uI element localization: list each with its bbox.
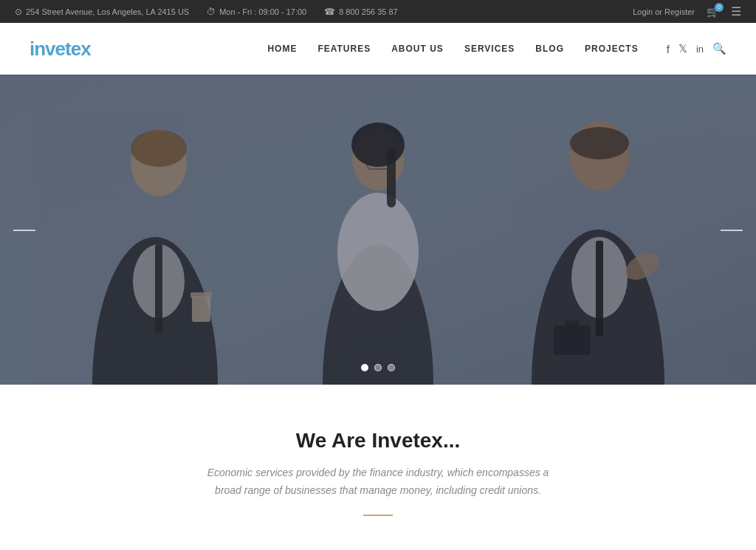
hours-text: Mon - Fri : 09:00 - 17:00 bbox=[219, 7, 306, 16]
twitter-icon[interactable]: 𝕏 bbox=[678, 42, 687, 55]
intro-title: We Are Invetex... bbox=[15, 429, 741, 453]
social-icons: f 𝕏 in 🔍 bbox=[667, 42, 726, 55]
hours-item: ⏱ Mon - Fri : 09:00 - 17:00 bbox=[207, 7, 306, 17]
nav-projects[interactable]: PROJECTS bbox=[585, 44, 639, 54]
hero-illustration bbox=[0, 75, 756, 385]
hero-background bbox=[0, 75, 756, 385]
cart-badge: 0 bbox=[715, 3, 724, 12]
search-icon-header[interactable]: 🔍 bbox=[712, 42, 726, 55]
slider-dots bbox=[361, 364, 395, 371]
dot-1[interactable] bbox=[361, 364, 368, 371]
cart-icon[interactable]: 🛒 0 bbox=[707, 6, 719, 18]
nav-home[interactable]: HOME bbox=[267, 44, 297, 54]
top-bar-left: ⊙ 254 Street Avenue, Los Angeles, LA 241… bbox=[15, 7, 398, 17]
menu-hamburger-icon[interactable]: ☰ bbox=[731, 4, 741, 18]
location-icon: ⊙ bbox=[15, 7, 22, 17]
intro-section: We Are Invetex... Economic services prov… bbox=[0, 385, 756, 550]
logo[interactable]: invetex bbox=[30, 38, 91, 61]
phone-text: 8 800 256 35 87 bbox=[339, 7, 398, 16]
svg-rect-26 bbox=[0, 75, 756, 385]
section-divider bbox=[363, 515, 393, 516]
slider-arrow-left[interactable] bbox=[13, 220, 35, 239]
nav-blog[interactable]: BLOG bbox=[535, 44, 564, 54]
slider-arrow-right[interactable] bbox=[721, 220, 743, 239]
nav-about[interactable]: ABOUT US bbox=[391, 44, 444, 54]
clock-icon-top: ⏱ bbox=[207, 7, 216, 17]
main-nav: HOME FEATURES ABOUT US SERVICES BLOG PRO… bbox=[267, 42, 726, 55]
login-link[interactable]: Login or Register bbox=[633, 7, 695, 16]
phone-icon: ☎ bbox=[324, 7, 335, 17]
nav-features[interactable]: FEATURES bbox=[317, 44, 371, 54]
nav-services[interactable]: SERVICES bbox=[464, 44, 515, 54]
top-bar-right: Login or Register 🛒 0 ☰ bbox=[633, 4, 741, 18]
address-text: 254 Street Avenue, Los Angeles, LA 2415 … bbox=[26, 7, 189, 16]
address-item: ⊙ 254 Street Avenue, Los Angeles, LA 241… bbox=[15, 7, 189, 17]
phone-item: ☎ 8 800 256 35 87 bbox=[324, 7, 398, 17]
dot-2[interactable] bbox=[374, 364, 382, 371]
main-header: invetex HOME FEATURES ABOUT US SERVICES … bbox=[0, 23, 756, 75]
top-bar: ⊙ 254 Street Avenue, Los Angeles, LA 241… bbox=[0, 0, 756, 23]
dot-3[interactable] bbox=[388, 364, 395, 371]
hero-section bbox=[0, 75, 756, 385]
logo-text: invetex bbox=[30, 38, 91, 60]
linkedin-icon[interactable]: in bbox=[696, 44, 704, 55]
intro-description: Economic services provided by the financ… bbox=[201, 464, 555, 500]
facebook-icon[interactable]: f bbox=[667, 43, 670, 55]
